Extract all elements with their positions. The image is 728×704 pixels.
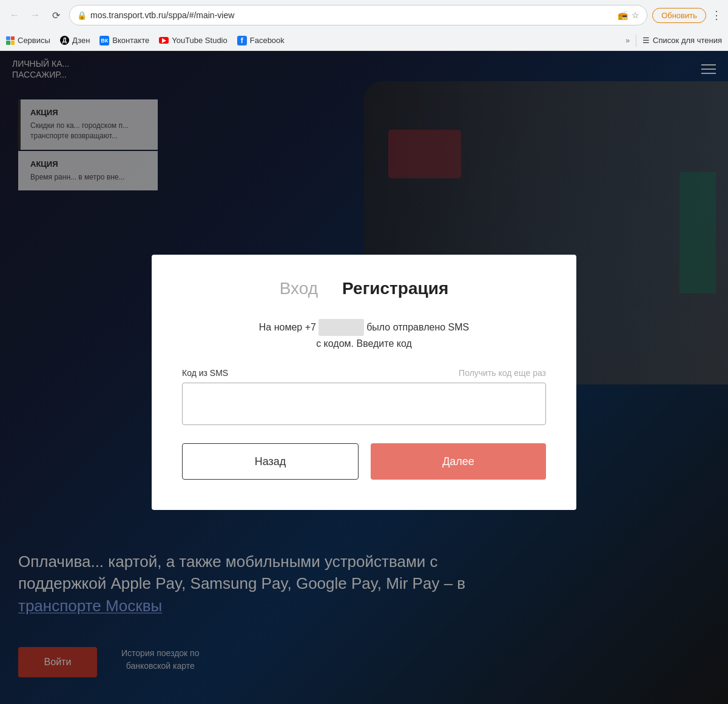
address-input[interactable] [90,10,614,20]
phone-number-display [318,319,363,336]
message-prefix: На номер +7 [259,322,316,332]
modal-buttons: Назад Далее [182,443,546,480]
bookmark-services-label: Сервисы [18,36,50,45]
nav-buttons: ← → ⟳ [6,7,64,24]
bookmark-youtube[interactable]: YouTube Studio [159,36,228,45]
modal-overlay: Вход Регистрация На номер +7 было отправ… [0,51,728,704]
browser-actions: Обновить ⋮ [652,8,722,23]
reading-list-icon: ☰ [642,36,650,45]
sms-label-row: Код из SMS Получить код еще раз [182,368,546,378]
update-button[interactable]: Обновить [652,8,706,23]
page-content: ЛИЧНЫЙ КА... ПАССАЖИР... АКЦИЯ Скидки по… [0,51,728,704]
tab-register[interactable]: Регистрация [342,279,448,301]
bookmark-dzen[interactable]: Д Дзен [60,36,90,45]
divider [636,35,636,47]
youtube-icon [159,37,169,44]
reading-list-label: Список для чтения [653,36,722,45]
bookmark-vk[interactable]: ВК Вконтакте [99,36,149,45]
browser-chrome: ← → ⟳ 🔒 📻 ☆ Обновить ⋮ Сервисы Д Дзен [0,0,728,51]
resend-code-button[interactable]: Получить код еще раз [459,368,546,378]
modal-message: На номер +7 было отправлено SMS с кодом.… [182,319,546,352]
bookmark-services[interactable]: Сервисы [6,36,50,45]
lock-icon: 🔒 [77,11,87,20]
google-icon [6,36,15,45]
bookmark-youtube-label: YouTube Studio [172,36,228,45]
more-bookmarks-button[interactable]: » [625,36,630,45]
translate-icon[interactable]: 📻 [618,10,628,20]
sms-section: Код из SMS Получить код еще раз [182,368,546,425]
tab-login[interactable]: Вход [280,279,318,301]
reading-list-button[interactable]: ☰ Список для чтения [642,36,722,45]
vk-icon: ВК [99,36,109,45]
bookmark-dzen-label: Дзен [72,36,90,45]
back-button[interactable]: ← [6,7,23,24]
bookmark-vk-label: Вконтакте [112,36,149,45]
address-bar-container[interactable]: 🔒 📻 ☆ [69,5,647,25]
reload-button[interactable]: ⟳ [47,7,64,24]
message-suffix: было отправлено SMS [366,322,469,332]
browser-menu-button[interactable]: ⋮ [711,8,722,22]
bookmarks-more: » ☰ Список для чтения [625,35,722,47]
modal-tabs: Вход Регистрация [182,279,546,301]
next-button[interactable]: Далее [371,443,546,480]
dzen-icon: Д [60,36,69,45]
sms-label: Код из SMS [182,368,228,378]
browser-toolbar: ← → ⟳ 🔒 📻 ☆ Обновить ⋮ [0,0,728,30]
forward-button[interactable]: → [27,7,44,24]
bookmark-facebook-label: Facebook [250,36,285,45]
sms-code-input[interactable] [182,383,546,425]
back-button[interactable]: Назад [182,443,359,480]
bookmarks-bar: Сервисы Д Дзен ВК Вконтакте YouTube Stud… [0,30,728,51]
bookmark-star-icon[interactable]: ☆ [632,10,639,20]
message-code-prompt: с кодом. Введите код [316,338,412,349]
modal-dialog: Вход Регистрация На номер +7 было отправ… [152,255,576,511]
bookmark-facebook[interactable]: f Facebook [237,36,285,45]
facebook-icon: f [237,36,247,45]
